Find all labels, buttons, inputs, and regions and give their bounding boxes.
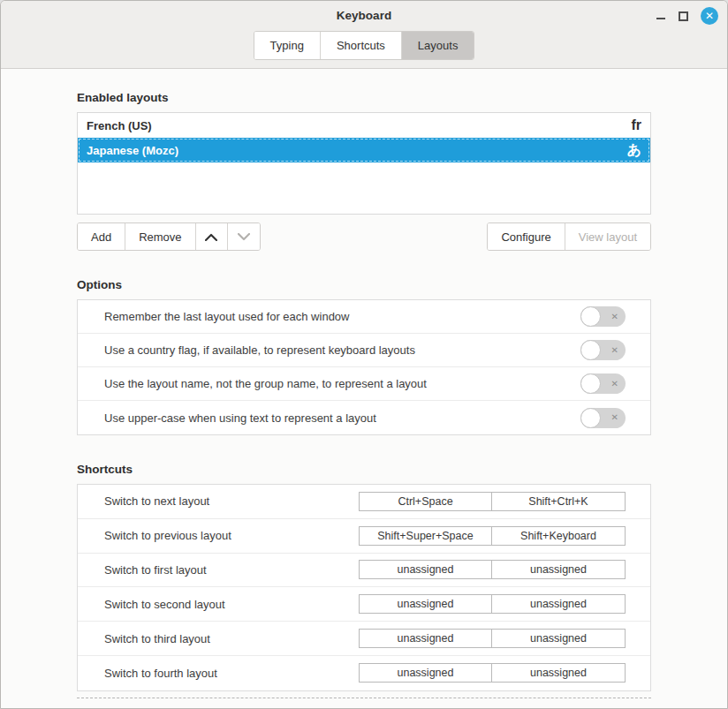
option-row-layout-name: Use the layout name, not the group name,… xyxy=(78,367,650,401)
layout-indicator-fr: fr xyxy=(631,118,641,132)
keybinding-group: Shift+Super+Space Shift+Keyboard xyxy=(359,526,626,546)
toggle-country-flag[interactable]: ✕ xyxy=(580,340,626,360)
option-label: Remember the last layout used for each w… xyxy=(104,310,349,323)
toggle-upper-case[interactable]: ✕ xyxy=(580,408,626,428)
enabled-layouts-heading: Enabled layouts xyxy=(77,91,651,104)
layouts-page: Enabled layouts French (US) fr Japanese … xyxy=(1,91,727,698)
option-row-remember-layout: Remember the last layout used for each w… xyxy=(78,300,650,334)
configure-button[interactable]: Configure xyxy=(488,223,565,250)
keybinding-button[interactable]: Shift+Super+Space xyxy=(360,527,492,545)
shortcuts-heading: Shortcuts xyxy=(77,463,651,476)
keybinding-button[interactable]: Shift+Ctrl+K xyxy=(492,493,625,510)
view-layout-button[interactable]: View layout xyxy=(565,223,650,250)
toggle-layout-name[interactable]: ✕ xyxy=(580,373,626,394)
shortcut-label: Switch to third layout xyxy=(104,632,210,645)
keybinding-button[interactable]: unassigned xyxy=(492,561,625,578)
add-button[interactable]: Add xyxy=(78,223,125,250)
keybinding-button[interactable]: unassigned xyxy=(492,595,625,613)
chevron-up-icon xyxy=(205,233,217,241)
keybinding-button[interactable]: unassigned xyxy=(360,664,492,682)
keybinding-group: unassigned unassigned xyxy=(359,594,626,614)
tab-layouts[interactable]: Layouts xyxy=(402,32,474,59)
layout-name: Japanese (Mozc) xyxy=(87,144,178,157)
shortcut-label: Switch to second layout xyxy=(104,598,225,611)
chevron-down-icon xyxy=(238,233,250,241)
keybinding-group: Ctrl+Space Shift+Ctrl+K xyxy=(359,492,626,511)
move-down-button[interactable] xyxy=(228,223,260,250)
toggle-off-mark: ✕ xyxy=(611,313,618,321)
keybinding-button[interactable]: unassigned xyxy=(360,561,492,578)
keybinding-group: unassigned unassigned xyxy=(359,560,626,579)
toggle-off-mark: ✕ xyxy=(611,346,618,355)
option-label: Use the layout name, not the group name,… xyxy=(104,377,427,390)
shortcut-label: Switch to previous layout xyxy=(104,529,231,542)
option-row-country-flag: Use a country flag, if available, to rep… xyxy=(78,334,650,367)
close-icon[interactable]: ✕ xyxy=(701,7,718,25)
toggle-off-mark: ✕ xyxy=(611,380,618,388)
move-up-button[interactable] xyxy=(196,223,228,250)
keybinding-group: unassigned unassigned xyxy=(359,629,626,648)
remove-button[interactable]: Remove xyxy=(125,223,195,250)
keyboard-settings-window: Keyboard ✕ Typing Shortcuts Layouts Enab… xyxy=(0,0,728,709)
tab-group: Typing Shortcuts Layouts xyxy=(254,31,475,60)
option-row-upper-case: Use upper-case when using text to repres… xyxy=(78,401,650,434)
titlebar[interactable]: Keyboard ✕ xyxy=(1,1,727,31)
toggle-knob xyxy=(580,340,601,360)
shortcuts-box: Switch to next layout Ctrl+Space Shift+C… xyxy=(77,484,651,691)
maximize-icon[interactable] xyxy=(679,11,688,21)
layout-indicator-ja: あ xyxy=(627,143,641,157)
keybinding-button[interactable]: unassigned xyxy=(360,630,492,647)
shortcut-row-next-layout: Switch to next layout Ctrl+Space Shift+C… xyxy=(78,485,650,519)
toggle-remember-layout[interactable]: ✕ xyxy=(580,306,626,327)
tab-shortcuts[interactable]: Shortcuts xyxy=(321,32,402,59)
keybinding-group: unassigned unassigned xyxy=(359,663,626,683)
options-heading: Options xyxy=(77,278,651,291)
toggle-knob xyxy=(580,373,601,394)
tab-bar: Typing Shortcuts Layouts xyxy=(1,31,727,60)
keybinding-button[interactable]: unassigned xyxy=(360,595,492,613)
toggle-off-mark: ✕ xyxy=(611,413,618,422)
edit-button-group: Add Remove xyxy=(77,223,261,251)
shortcut-label: Switch to next layout xyxy=(104,494,209,508)
keybinding-button[interactable]: unassigned xyxy=(492,630,625,647)
keybinding-button[interactable]: unassigned xyxy=(492,664,625,682)
minimize-icon[interactable] xyxy=(656,11,666,21)
window-title: Keyboard xyxy=(1,9,727,22)
tab-typing[interactable]: Typing xyxy=(254,32,321,59)
configure-button-group: Configure View layout xyxy=(487,223,651,251)
option-label: Use upper-case when using text to repres… xyxy=(104,411,376,425)
toggle-knob xyxy=(580,408,601,428)
shortcut-label: Switch to fourth layout xyxy=(104,667,217,680)
layout-name: French (US) xyxy=(87,119,152,132)
options-box: Remember the last layout used for each w… xyxy=(77,299,651,435)
window-controls: ✕ xyxy=(656,6,718,26)
scroll-edge-dashed-line xyxy=(77,698,651,698)
shortcut-row-previous-layout: Switch to previous layout Shift+Super+Sp… xyxy=(78,519,650,554)
shortcut-label: Switch to first layout xyxy=(104,563,207,577)
shortcut-row-first-layout: Switch to first layout unassigned unassi… xyxy=(78,554,650,588)
shortcut-row-second-layout: Switch to second layout unassigned unass… xyxy=(78,587,650,622)
layout-list-actions: Add Remove Configure View layout xyxy=(77,223,651,251)
keybinding-button[interactable]: Shift+Keyboard xyxy=(492,527,625,545)
list-item-french[interactable]: French (US) fr xyxy=(78,113,650,138)
window-header: Keyboard ✕ Typing Shortcuts Layouts xyxy=(1,1,727,69)
enabled-layouts-list: French (US) fr Japanese (Mozc) あ xyxy=(77,112,651,215)
list-item-japanese[interactable]: Japanese (Mozc) あ xyxy=(78,138,650,162)
keybinding-button[interactable]: Ctrl+Space xyxy=(360,493,492,510)
shortcut-row-third-layout: Switch to third layout unassigned unassi… xyxy=(78,622,650,656)
shortcut-row-fourth-layout: Switch to fourth layout unassigned unass… xyxy=(78,656,650,690)
toggle-knob xyxy=(580,306,601,327)
option-label: Use a country flag, if available, to rep… xyxy=(104,343,415,357)
